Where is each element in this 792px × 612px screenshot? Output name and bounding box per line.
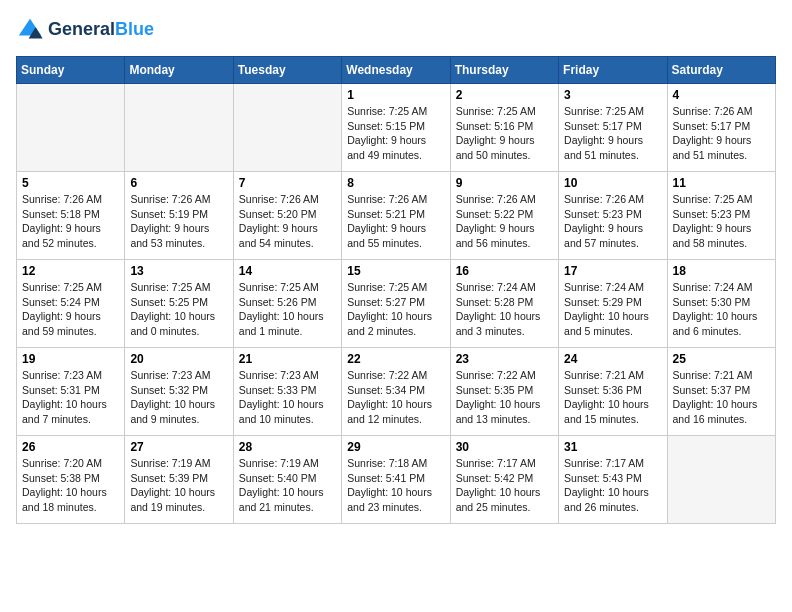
day-detail: Sunrise: 7:18 AM Sunset: 5:41 PM Dayligh… (347, 456, 444, 515)
day-detail: Sunrise: 7:22 AM Sunset: 5:34 PM Dayligh… (347, 368, 444, 427)
calendar-cell: 14Sunrise: 7:25 AM Sunset: 5:26 PM Dayli… (233, 260, 341, 348)
day-number: 12 (22, 264, 119, 278)
day-number: 29 (347, 440, 444, 454)
day-number: 7 (239, 176, 336, 190)
calendar-cell: 16Sunrise: 7:24 AM Sunset: 5:28 PM Dayli… (450, 260, 558, 348)
day-detail: Sunrise: 7:17 AM Sunset: 5:43 PM Dayligh… (564, 456, 661, 515)
calendar-cell: 9Sunrise: 7:26 AM Sunset: 5:22 PM Daylig… (450, 172, 558, 260)
calendar-cell: 29Sunrise: 7:18 AM Sunset: 5:41 PM Dayli… (342, 436, 450, 524)
calendar-cell: 15Sunrise: 7:25 AM Sunset: 5:27 PM Dayli… (342, 260, 450, 348)
day-number: 19 (22, 352, 119, 366)
calendar-cell: 24Sunrise: 7:21 AM Sunset: 5:36 PM Dayli… (559, 348, 667, 436)
calendar-cell: 30Sunrise: 7:17 AM Sunset: 5:42 PM Dayli… (450, 436, 558, 524)
day-detail: Sunrise: 7:25 AM Sunset: 5:15 PM Dayligh… (347, 104, 444, 163)
day-detail: Sunrise: 7:26 AM Sunset: 5:17 PM Dayligh… (673, 104, 770, 163)
day-detail: Sunrise: 7:21 AM Sunset: 5:37 PM Dayligh… (673, 368, 770, 427)
column-header-thursday: Thursday (450, 57, 558, 84)
day-detail: Sunrise: 7:17 AM Sunset: 5:42 PM Dayligh… (456, 456, 553, 515)
column-header-saturday: Saturday (667, 57, 775, 84)
calendar-cell: 28Sunrise: 7:19 AM Sunset: 5:40 PM Dayli… (233, 436, 341, 524)
day-number: 14 (239, 264, 336, 278)
calendar-cell (125, 84, 233, 172)
day-number: 24 (564, 352, 661, 366)
day-detail: Sunrise: 7:23 AM Sunset: 5:31 PM Dayligh… (22, 368, 119, 427)
day-number: 31 (564, 440, 661, 454)
logo: GeneralBlue (16, 16, 154, 44)
day-number: 11 (673, 176, 770, 190)
day-number: 2 (456, 88, 553, 102)
calendar-cell: 5Sunrise: 7:26 AM Sunset: 5:18 PM Daylig… (17, 172, 125, 260)
calendar-cell: 26Sunrise: 7:20 AM Sunset: 5:38 PM Dayli… (17, 436, 125, 524)
day-detail: Sunrise: 7:22 AM Sunset: 5:35 PM Dayligh… (456, 368, 553, 427)
day-detail: Sunrise: 7:26 AM Sunset: 5:18 PM Dayligh… (22, 192, 119, 251)
day-detail: Sunrise: 7:25 AM Sunset: 5:27 PM Dayligh… (347, 280, 444, 339)
calendar-cell (233, 84, 341, 172)
day-detail: Sunrise: 7:23 AM Sunset: 5:33 PM Dayligh… (239, 368, 336, 427)
calendar-cell: 2Sunrise: 7:25 AM Sunset: 5:16 PM Daylig… (450, 84, 558, 172)
calendar-cell: 22Sunrise: 7:22 AM Sunset: 5:34 PM Dayli… (342, 348, 450, 436)
day-detail: Sunrise: 7:24 AM Sunset: 5:30 PM Dayligh… (673, 280, 770, 339)
day-number: 16 (456, 264, 553, 278)
week-row-3: 12Sunrise: 7:25 AM Sunset: 5:24 PM Dayli… (17, 260, 776, 348)
day-number: 13 (130, 264, 227, 278)
day-number: 10 (564, 176, 661, 190)
logo-icon (16, 16, 44, 44)
day-number: 5 (22, 176, 119, 190)
day-detail: Sunrise: 7:25 AM Sunset: 5:25 PM Dayligh… (130, 280, 227, 339)
calendar-cell (17, 84, 125, 172)
day-detail: Sunrise: 7:26 AM Sunset: 5:19 PM Dayligh… (130, 192, 227, 251)
column-header-monday: Monday (125, 57, 233, 84)
day-number: 27 (130, 440, 227, 454)
calendar-cell: 11Sunrise: 7:25 AM Sunset: 5:23 PM Dayli… (667, 172, 775, 260)
day-detail: Sunrise: 7:25 AM Sunset: 5:23 PM Dayligh… (673, 192, 770, 251)
day-detail: Sunrise: 7:26 AM Sunset: 5:21 PM Dayligh… (347, 192, 444, 251)
calendar-cell: 8Sunrise: 7:26 AM Sunset: 5:21 PM Daylig… (342, 172, 450, 260)
day-detail: Sunrise: 7:25 AM Sunset: 5:26 PM Dayligh… (239, 280, 336, 339)
day-detail: Sunrise: 7:25 AM Sunset: 5:16 PM Dayligh… (456, 104, 553, 163)
calendar-cell: 13Sunrise: 7:25 AM Sunset: 5:25 PM Dayli… (125, 260, 233, 348)
week-row-1: 1Sunrise: 7:25 AM Sunset: 5:15 PM Daylig… (17, 84, 776, 172)
day-number: 25 (673, 352, 770, 366)
day-detail: Sunrise: 7:26 AM Sunset: 5:22 PM Dayligh… (456, 192, 553, 251)
calendar-cell: 6Sunrise: 7:26 AM Sunset: 5:19 PM Daylig… (125, 172, 233, 260)
day-detail: Sunrise: 7:20 AM Sunset: 5:38 PM Dayligh… (22, 456, 119, 515)
day-number: 4 (673, 88, 770, 102)
calendar-cell: 25Sunrise: 7:21 AM Sunset: 5:37 PM Dayli… (667, 348, 775, 436)
day-detail: Sunrise: 7:19 AM Sunset: 5:40 PM Dayligh… (239, 456, 336, 515)
day-number: 20 (130, 352, 227, 366)
day-detail: Sunrise: 7:21 AM Sunset: 5:36 PM Dayligh… (564, 368, 661, 427)
day-number: 1 (347, 88, 444, 102)
day-number: 22 (347, 352, 444, 366)
calendar-cell: 12Sunrise: 7:25 AM Sunset: 5:24 PM Dayli… (17, 260, 125, 348)
calendar-cell: 20Sunrise: 7:23 AM Sunset: 5:32 PM Dayli… (125, 348, 233, 436)
day-number: 8 (347, 176, 444, 190)
day-detail: Sunrise: 7:23 AM Sunset: 5:32 PM Dayligh… (130, 368, 227, 427)
calendar-cell: 7Sunrise: 7:26 AM Sunset: 5:20 PM Daylig… (233, 172, 341, 260)
calendar-cell: 31Sunrise: 7:17 AM Sunset: 5:43 PM Dayli… (559, 436, 667, 524)
day-number: 6 (130, 176, 227, 190)
day-detail: Sunrise: 7:25 AM Sunset: 5:24 PM Dayligh… (22, 280, 119, 339)
calendar-header-row: SundayMondayTuesdayWednesdayThursdayFrid… (17, 57, 776, 84)
day-number: 30 (456, 440, 553, 454)
column-header-friday: Friday (559, 57, 667, 84)
calendar-cell: 3Sunrise: 7:25 AM Sunset: 5:17 PM Daylig… (559, 84, 667, 172)
calendar-cell (667, 436, 775, 524)
calendar-cell: 4Sunrise: 7:26 AM Sunset: 5:17 PM Daylig… (667, 84, 775, 172)
calendar-table: SundayMondayTuesdayWednesdayThursdayFrid… (16, 56, 776, 524)
week-row-4: 19Sunrise: 7:23 AM Sunset: 5:31 PM Dayli… (17, 348, 776, 436)
page-header: GeneralBlue (16, 16, 776, 44)
calendar-cell: 1Sunrise: 7:25 AM Sunset: 5:15 PM Daylig… (342, 84, 450, 172)
calendar-cell: 18Sunrise: 7:24 AM Sunset: 5:30 PM Dayli… (667, 260, 775, 348)
week-row-5: 26Sunrise: 7:20 AM Sunset: 5:38 PM Dayli… (17, 436, 776, 524)
day-number: 18 (673, 264, 770, 278)
day-detail: Sunrise: 7:25 AM Sunset: 5:17 PM Dayligh… (564, 104, 661, 163)
calendar-cell: 21Sunrise: 7:23 AM Sunset: 5:33 PM Dayli… (233, 348, 341, 436)
day-detail: Sunrise: 7:26 AM Sunset: 5:20 PM Dayligh… (239, 192, 336, 251)
day-detail: Sunrise: 7:24 AM Sunset: 5:28 PM Dayligh… (456, 280, 553, 339)
day-number: 26 (22, 440, 119, 454)
column-header-sunday: Sunday (17, 57, 125, 84)
day-detail: Sunrise: 7:24 AM Sunset: 5:29 PM Dayligh… (564, 280, 661, 339)
day-detail: Sunrise: 7:19 AM Sunset: 5:39 PM Dayligh… (130, 456, 227, 515)
week-row-2: 5Sunrise: 7:26 AM Sunset: 5:18 PM Daylig… (17, 172, 776, 260)
day-detail: Sunrise: 7:26 AM Sunset: 5:23 PM Dayligh… (564, 192, 661, 251)
